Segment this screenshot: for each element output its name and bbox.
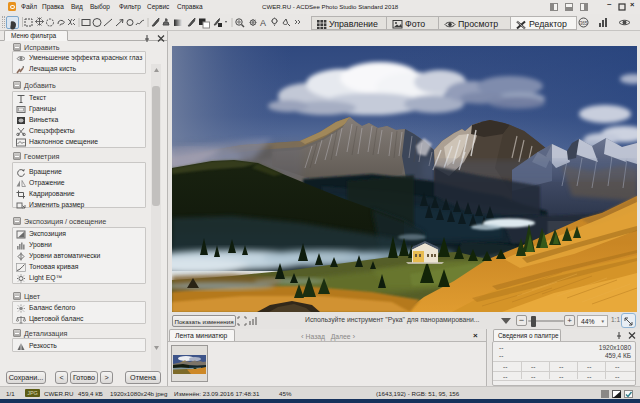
svg-text:A: A <box>260 18 266 28</box>
svg-text:365: 365 <box>580 20 588 25</box>
